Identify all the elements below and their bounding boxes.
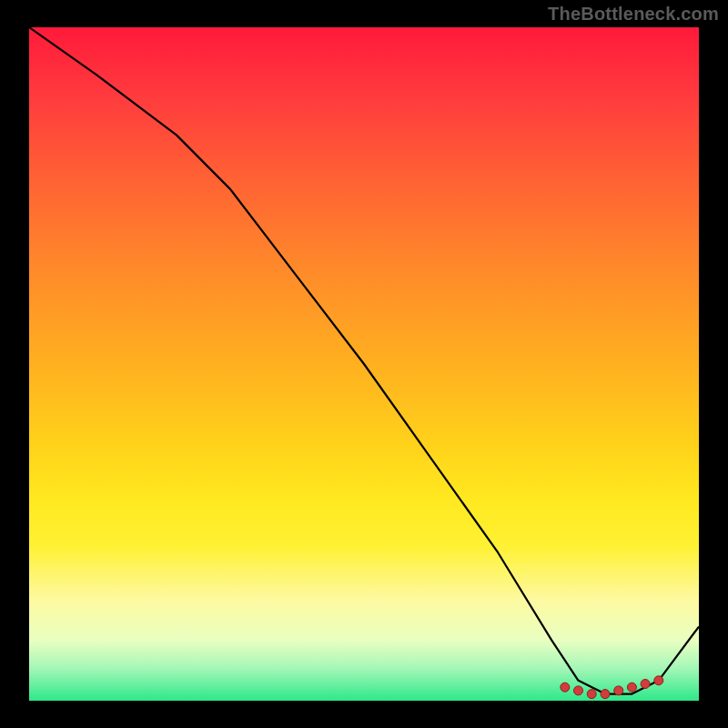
bottleneck-curve bbox=[29, 27, 699, 694]
optimal-marker bbox=[561, 682, 570, 692]
optimal-marker bbox=[601, 690, 610, 699]
optimal-marker bbox=[641, 680, 650, 689]
optimal-marker bbox=[627, 682, 636, 692]
optimal-marker bbox=[614, 686, 623, 695]
optimal-marker bbox=[574, 686, 583, 695]
optimal-range-markers bbox=[561, 676, 663, 699]
attribution-label: TheBottleneck.com bbox=[548, 4, 719, 25]
optimal-marker bbox=[654, 676, 663, 685]
plot-area bbox=[29, 27, 699, 701]
chart-frame: TheBottleneck.com bbox=[0, 0, 728, 728]
optimal-marker bbox=[587, 690, 596, 699]
chart-svg bbox=[29, 27, 699, 701]
